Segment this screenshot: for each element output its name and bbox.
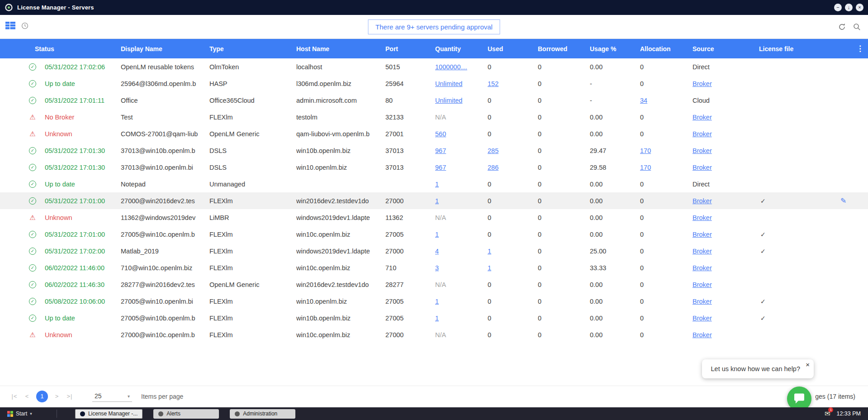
allocation-link[interactable]: 170 xyxy=(640,147,651,154)
cell-used: 0 xyxy=(488,130,538,138)
column-header-type[interactable]: Type xyxy=(209,45,296,52)
cell-quantity: 1 xyxy=(435,181,488,188)
quantity-link[interactable]: 967 xyxy=(435,147,446,154)
table-row[interactable]: ✓Up to date25964@l306md.openlm.bHASPl306… xyxy=(0,75,868,92)
source-broker-link[interactable]: Broker xyxy=(693,231,712,238)
source-broker-link[interactable]: Broker xyxy=(693,147,712,154)
used-value: 0 xyxy=(488,63,491,71)
status-ok-icon: ✓ xyxy=(29,264,36,272)
quantity-link[interactable]: Unlimited xyxy=(435,80,462,87)
table-row[interactable]: ✓05/31/2022 17:01:0027005@win10c.openlm.… xyxy=(0,226,868,243)
source-broker-link[interactable]: Broker xyxy=(693,114,712,121)
table-row[interactable]: ✓Up to date27005@win10b.openlm.bFLEXlmwi… xyxy=(0,310,868,326)
cell-borrowed: 0 xyxy=(538,114,590,121)
column-menu-icon[interactable]: ⋮ xyxy=(856,44,868,53)
column-header-status[interactable]: Status xyxy=(35,45,121,52)
first-page-button[interactable]: |< xyxy=(8,393,21,400)
column-header-host-name[interactable]: Host Name xyxy=(296,45,385,52)
column-header-license-file[interactable]: License file xyxy=(759,45,837,52)
pending-approval-banner[interactable]: There are 9+ servers pending approval xyxy=(368,19,500,34)
source-broker-link[interactable]: Broker xyxy=(693,248,712,255)
source-broker-link[interactable]: Broker xyxy=(693,130,712,138)
quantity-link[interactable]: 3 xyxy=(435,264,439,272)
source-broker-link[interactable]: Broker xyxy=(693,197,712,205)
source-broker-link[interactable]: Broker xyxy=(693,214,712,221)
table-row[interactable]: ✓05/31/2022 17:02:06OpenLM reusable toke… xyxy=(0,58,868,75)
table-row[interactable]: ✓05/31/2022 17:01:3037013@win10.openlm.b… xyxy=(0,159,868,176)
next-page-button[interactable]: > xyxy=(51,393,63,400)
source-broker-link[interactable]: Broker xyxy=(693,298,712,305)
column-header-port[interactable]: Port xyxy=(385,45,435,52)
column-header-used[interactable]: Used xyxy=(488,45,538,52)
table-row[interactable]: ⚠UnknownCOMOS-27001@qam-liubOpenLM Gener… xyxy=(0,125,868,142)
table-row[interactable]: ⚠Unknown27000@win10c.openlm.bFLEXlmwin10… xyxy=(0,326,868,343)
quantity-link[interactable]: 1 xyxy=(435,181,439,188)
current-page-button[interactable]: 1 xyxy=(36,391,48,402)
table-row[interactable]: ✓06/02/2022 11:46:00710@win10c.openlm.bi… xyxy=(0,259,868,276)
quantity-link[interactable]: 1 xyxy=(435,298,439,305)
edit-icon[interactable]: ✎ xyxy=(837,197,846,205)
quantity-link[interactable]: 967 xyxy=(435,164,446,171)
restore-button[interactable]: ↓ xyxy=(845,4,853,11)
used-link[interactable]: 286 xyxy=(488,164,498,171)
minimize-button[interactable]: − xyxy=(834,4,842,11)
taskbar-item-license-manager-[interactable]: License Manager -... xyxy=(75,409,142,419)
cell-source: Broker xyxy=(693,197,759,205)
table-row[interactable]: ✓05/08/2022 10:06:0027005@win10.openlm.b… xyxy=(0,293,868,310)
previous-page-button[interactable]: < xyxy=(21,393,33,400)
refresh-icon[interactable] xyxy=(838,23,846,31)
search-icon[interactable] xyxy=(853,23,861,31)
allocation-link[interactable]: 34 xyxy=(640,97,647,104)
cell-usage-percent: 0.00 xyxy=(590,130,640,138)
quantity-link[interactable]: 1 xyxy=(435,315,439,322)
taskbar-item-alerts[interactable]: Alerts xyxy=(153,409,219,419)
mail-icon[interactable]: ✉ 1 xyxy=(825,410,830,418)
column-header-borrowed[interactable]: Borrowed xyxy=(538,45,590,52)
start-label: Start xyxy=(16,410,27,417)
column-header-usage-[interactable]: Usage % xyxy=(590,45,640,52)
source-broker-link[interactable]: Broker xyxy=(693,264,712,272)
allocation-link[interactable]: 170 xyxy=(640,164,651,171)
page-size-dropdown[interactable]: 25 ▾ xyxy=(92,391,132,402)
cell-source: Broker xyxy=(693,281,759,288)
table-row[interactable]: ✓05/31/2022 17:01:11OfficeOffice365Cloud… xyxy=(0,92,868,109)
close-button[interactable]: × xyxy=(856,4,863,11)
source-broker-link[interactable]: Broker xyxy=(693,80,712,87)
used-link[interactable]: 285 xyxy=(488,147,498,154)
quantity-link[interactable]: 1 xyxy=(435,197,439,205)
table-row[interactable]: ✓06/02/2022 11:46:3028277@win2016dev2.te… xyxy=(0,276,868,293)
quantity-link[interactable]: Unlimited xyxy=(435,97,462,104)
quantity-link[interactable]: 1 xyxy=(435,231,439,238)
column-header-source[interactable]: Source xyxy=(693,45,759,52)
table-row[interactable]: ✓05/31/2022 17:01:0027000@win2016dev2.te… xyxy=(0,192,868,209)
used-link[interactable]: 1 xyxy=(488,248,491,255)
last-page-button[interactable]: >| xyxy=(63,393,76,400)
table-row[interactable]: ✓Up to dateNotepadUnmanaged1000.000Direc… xyxy=(0,176,868,192)
source-broker-link[interactable]: Broker xyxy=(693,281,712,288)
used-link[interactable]: 152 xyxy=(488,80,498,87)
cell-status: 05/31/2022 17:02:06 xyxy=(39,63,121,71)
table-row[interactable]: ✓05/31/2022 17:01:3037013@win10b.openlm.… xyxy=(0,142,868,159)
cell-usage-percent: 0.00 xyxy=(590,181,640,188)
allocation-value: 0 xyxy=(640,264,644,272)
table-row[interactable]: ⚠No BrokerTestFLEXlmtestolm32133N/A000.0… xyxy=(0,109,868,125)
taskbar-item-administration[interactable]: Administration xyxy=(230,409,295,419)
clock-icon[interactable] xyxy=(21,22,28,29)
column-header-allocation[interactable]: Allocation xyxy=(640,45,693,52)
source-broker-link[interactable]: Broker xyxy=(693,315,712,322)
source-broker-link[interactable]: Broker xyxy=(693,331,712,339)
cell-source: Direct xyxy=(693,63,759,71)
grid-view-icon[interactable] xyxy=(5,22,15,29)
chat-close-icon[interactable]: × xyxy=(806,361,810,368)
start-button[interactable]: Start ▾ xyxy=(5,410,35,418)
column-header-quantity[interactable]: Quantity xyxy=(435,45,488,52)
column-header-display-name[interactable]: Display Name xyxy=(121,45,209,52)
quantity-link[interactable]: 560 xyxy=(435,130,446,138)
quantity-link[interactable]: 1000000… xyxy=(435,63,467,71)
table-row[interactable]: ✓05/31/2022 17:02:00Matlab_2019FLEXlmwin… xyxy=(0,243,868,259)
source-broker-link[interactable]: Broker xyxy=(693,164,712,171)
table-row[interactable]: ⚠Unknown11362@windows2019devLiMBRwindows… xyxy=(0,209,868,226)
cell-status: Unknown xyxy=(39,214,121,221)
quantity-link[interactable]: 4 xyxy=(435,248,439,255)
used-link[interactable]: 1 xyxy=(488,264,491,272)
